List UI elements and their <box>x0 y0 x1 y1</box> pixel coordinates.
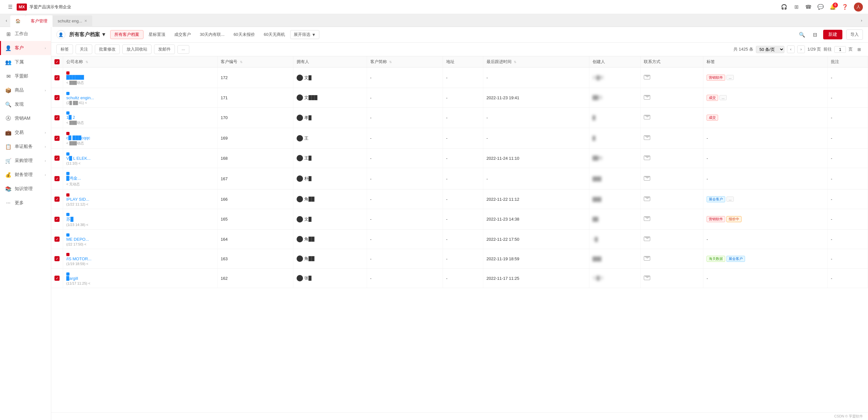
row-checkbox[interactable] <box>55 276 60 281</box>
mail-icon[interactable] <box>644 197 650 201</box>
filter-recent30[interactable]: 30天内有联... <box>196 30 228 39</box>
tab-nav-left[interactable]: ‹ <box>3 14 10 27</box>
company-link[interactable]: schultz engin... <box>66 95 118 100</box>
help-icon[interactable]: ❓ <box>842 4 848 10</box>
tag-item[interactable]: ... <box>726 75 734 80</box>
company-link[interactable]: /IS MOTOR... <box>66 256 118 261</box>
row-checkbox[interactable] <box>55 217 60 222</box>
tab-home[interactable]: 🏠 <box>10 15 26 27</box>
company-link[interactable]: V█ L ELEK... <box>66 156 118 161</box>
row-checkbox[interactable] <box>55 176 60 181</box>
sidebar-item-subordinate[interactable]: 👥 下属 <box>0 55 51 69</box>
tag-item[interactable]: 展会客户 <box>726 256 745 262</box>
company-link[interactable]: ME DEPO... <box>66 237 118 242</box>
next-page-btn[interactable]: › <box>797 45 805 53</box>
more-actions-btn[interactable]: ··· <box>178 45 189 54</box>
tag-item[interactable]: 展会客户 <box>707 196 725 202</box>
mail-icon[interactable] <box>644 256 650 261</box>
tag-item[interactable]: 营销软件 <box>707 74 725 81</box>
sidebar-item-finance[interactable]: 💰 财务管理 › <box>0 168 51 182</box>
mail-icon[interactable] <box>644 236 650 241</box>
sidebar-item-discover[interactable]: 🔍 发现 <box>0 97 51 111</box>
company-link[interactable]: 苏█ <box>66 217 118 222</box>
mail-icon[interactable] <box>644 176 650 181</box>
grid-icon[interactable]: ⊞ <box>793 4 800 10</box>
filter-btn[interactable]: ⊟ <box>810 30 819 39</box>
follow-btn[interactable]: 关注 <box>75 44 92 54</box>
row-checkbox[interactable] <box>55 136 60 141</box>
grid-view-btn[interactable]: ⊞ <box>855 45 863 53</box>
sidebar-item-documents[interactable]: 📋 单证船务 › <box>0 139 51 154</box>
tag-item[interactable]: ... <box>726 197 734 202</box>
tag-item[interactable]: 海关数据 <box>707 256 725 262</box>
tab-customer-management[interactable]: 客户管理 <box>26 15 53 27</box>
sidebar-item-workbench[interactable]: ⊞ 工作台 <box>0 27 51 41</box>
email-btn[interactable]: 发邮件 <box>154 44 175 54</box>
sidebar-item-knowledge[interactable]: 📚 知识管理 <box>0 182 51 196</box>
row-checkbox[interactable] <box>55 236 60 242</box>
code-sort-icon[interactable]: ⇅ <box>240 60 243 64</box>
view-title[interactable]: 所有客户档案 ▼ <box>69 31 106 38</box>
filter-nobiz60[interactable]: 60天无商机 <box>260 30 289 39</box>
sidebar-item-mail[interactable]: ✉ 孚盟邮 <box>0 69 51 83</box>
search-btn[interactable]: 🔍 <box>798 30 806 39</box>
tag-item[interactable]: 营销软件 <box>707 216 725 222</box>
row-checkbox[interactable] <box>55 197 60 202</box>
mail-icon[interactable] <box>644 95 650 100</box>
company-link[interactable]: 1█ 2 <box>66 115 118 120</box>
company-sort-icon[interactable]: ⇅ <box>86 60 88 64</box>
mail-icon[interactable] <box>644 135 650 140</box>
sidebar-item-customer[interactable]: 👤 客户 › <box>0 41 51 55</box>
row-checkbox[interactable] <box>55 95 60 100</box>
filter-noquote60[interactable]: 60天未报价 <box>230 30 258 39</box>
tab-close-icon[interactable]: ✕ <box>84 19 87 23</box>
tag-item[interactable]: 报价中 <box>726 216 742 222</box>
tab-nav-right[interactable]: › <box>858 14 865 27</box>
batch-edit-btn[interactable]: 批量修改 <box>95 44 120 54</box>
headset-icon[interactable]: 🎧 <box>781 4 787 10</box>
phone-icon[interactable]: ☎ <box>805 4 812 10</box>
company-link[interactable]: █argill <box>66 276 118 281</box>
new-btn[interactable]: 新建 <box>823 30 842 39</box>
tag-item[interactable]: 成交 <box>707 95 718 101</box>
avatar[interactable]: 人 <box>854 3 863 11</box>
mail-icon[interactable] <box>644 75 650 79</box>
expand-filter-btn[interactable]: 展开筛选 ▼ <box>290 30 319 39</box>
sidebar-item-more[interactable]: ··· 更多 <box>0 196 51 210</box>
import-btn[interactable]: 导入 <box>846 29 863 40</box>
mail-icon[interactable] <box>644 115 650 120</box>
mail-icon[interactable] <box>644 156 650 160</box>
mail-icon[interactable] <box>644 276 650 280</box>
tag-item[interactable]: ... <box>719 95 727 100</box>
user-icon-btn[interactable]: 👤 <box>56 30 65 39</box>
company-link[interactable]: █鸿金... <box>66 175 118 181</box>
filter-deal[interactable]: 成交客户 <box>170 30 195 39</box>
per-page-select[interactable]: 50 条/页 20 条/页 100 条/页 <box>756 46 784 53</box>
filter-all[interactable]: 所有客户档案 <box>110 30 144 39</box>
prev-page-btn[interactable]: ‹ <box>787 45 795 53</box>
goto-page-input[interactable] <box>834 46 846 53</box>
sidebar-item-purchase[interactable]: 🛒 采购管理 › <box>0 154 51 168</box>
company-link[interactable]: IPLAY SID... <box>66 197 118 202</box>
tag-item[interactable]: 成交 <box>707 115 718 121</box>
shortname-sort-icon[interactable]: ⇅ <box>389 60 392 64</box>
sidebar-item-marketing[interactable]: Ⓐ 营销AM <box>0 111 51 126</box>
sidebar-item-product[interactable]: 📦 商品 › <box>0 83 51 97</box>
tab-schultz[interactable]: schultz eng... ✕ <box>53 15 92 27</box>
mail-icon[interactable] <box>644 217 650 221</box>
menu-toggle[interactable]: ☰ <box>5 2 16 12</box>
lastfollow-sort-icon[interactable]: ⇅ <box>514 60 516 64</box>
bell-icon[interactable]: 🔔 6 <box>830 4 836 10</box>
comment-icon[interactable]: 💬 <box>817 4 824 10</box>
tag-btn[interactable]: 标签 <box>56 44 73 54</box>
row-checkbox[interactable] <box>55 156 60 161</box>
recycle-btn[interactable]: 放入回收站 <box>122 44 152 54</box>
company-link[interactable]: c█ ███cqqc <box>66 135 118 140</box>
row-checkbox[interactable] <box>55 256 60 261</box>
select-all-checkbox[interactable] <box>55 59 60 64</box>
company-link[interactable]: ██████ <box>66 75 118 80</box>
th-checkbox[interactable] <box>51 56 63 68</box>
row-checkbox[interactable] <box>55 75 60 80</box>
sidebar-item-trade[interactable]: 💼 交易 › <box>0 126 51 139</box>
filter-starred[interactable]: 星标置顶 <box>145 30 169 39</box>
